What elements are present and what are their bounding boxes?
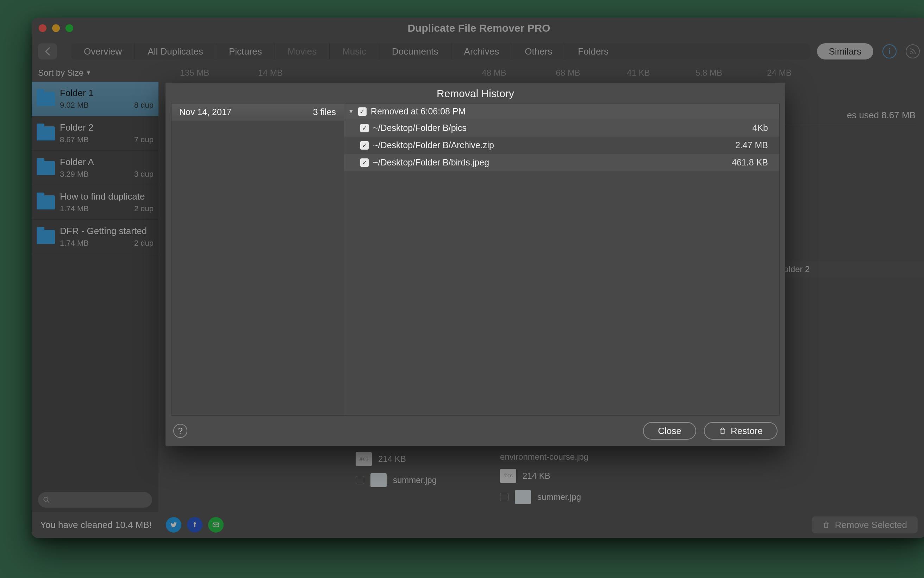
svg-point-0 — [910, 53, 912, 54]
file-row[interactable]: ✓ ~/Desktop/Folder B/pics 4Kb — [344, 119, 779, 136]
app-window: Duplicate File Remover PRO Overview All … — [32, 18, 924, 538]
dialog-title: Removal History — [166, 83, 785, 103]
back-button[interactable] — [38, 43, 57, 60]
remove-selected-button[interactable]: Remove Selected — [812, 516, 918, 533]
tab-all-duplicates[interactable]: All Duplicates — [135, 43, 216, 60]
sidebar-item-label: Folder A — [60, 157, 154, 167]
image-icon: JPEG — [356, 452, 372, 466]
session-row[interactable]: Nov 14, 2017 3 files — [172, 104, 344, 121]
search-input[interactable] — [38, 492, 152, 508]
list-item[interactable]: JPEG 214 KB — [356, 452, 437, 466]
file-row[interactable]: ✓ ~/Desktop/Folder B/birds.jpeg 461.8 KB — [344, 154, 779, 171]
removed-files-list: ▼ ✓ Removed at 6:06:08 PM ✓ ~/Desktop/Fo… — [344, 104, 779, 416]
checkbox[interactable]: ✓ — [360, 141, 369, 149]
dialog-footer: ? Close Restore — [166, 416, 785, 446]
facebook-icon[interactable]: f — [187, 517, 203, 533]
size-all: 135 MB — [156, 68, 234, 78]
category-sizes-row: Sort by Size ▼ 135 MB 14 MB 48 MB 68 MB … — [32, 64, 924, 82]
rss-icon[interactable] — [906, 44, 920, 58]
checkbox[interactable]: ✓ — [360, 158, 369, 167]
tab-documents[interactable]: Documents — [379, 43, 451, 60]
thumbnail-row: JPEG 214 KB summer.jpg environment-cours… — [356, 452, 916, 512]
chevron-down-icon: ▼ — [86, 70, 91, 76]
help-button[interactable]: ? — [173, 424, 187, 438]
image-icon — [515, 490, 531, 504]
search-icon — [43, 496, 50, 503]
sidebar-item-folder-a[interactable]: Folder A 3.29 MB3 dup — [32, 151, 159, 185]
sidebar-item-label: DFR - Getting started — [60, 226, 154, 237]
file-size: 461.8 KB — [732, 157, 775, 167]
chevron-left-icon — [44, 47, 51, 55]
group-header[interactable]: ▼ ✓ Removed at 6:06:08 PM — [344, 104, 779, 119]
folder-icon — [37, 161, 55, 175]
tab-pictures[interactable]: Pictures — [216, 43, 275, 60]
checkbox[interactable] — [500, 493, 508, 501]
sidebar-item-folder-1[interactable]: Folder 1 9.02 MB8 dup — [32, 82, 159, 116]
window-controls — [39, 24, 73, 32]
restore-button[interactable]: Restore — [704, 422, 778, 440]
close-window-icon[interactable] — [39, 24, 47, 32]
file-path: ~/Desktop/Folder B/birds.jpeg — [373, 157, 728, 167]
rss-glyph-icon — [909, 47, 917, 55]
sidebar: Folder 1 9.02 MB8 dup Folder 2 8.67 MB7 … — [32, 82, 159, 512]
list-item[interactable]: environment-course.jpg — [500, 452, 588, 462]
trash-icon — [822, 521, 830, 529]
checkbox[interactable]: ✓ — [358, 107, 367, 116]
info-icon[interactable]: i — [882, 44, 896, 58]
svg-point-1 — [44, 497, 48, 502]
size-pictures: 14 MB — [234, 68, 307, 78]
tab-music[interactable]: Music — [330, 43, 379, 60]
tab-archives[interactable]: Archives — [451, 43, 512, 60]
size-others: 41 KB — [603, 68, 674, 78]
checkbox[interactable]: ✓ — [360, 124, 369, 132]
history-sessions-list: Nov 14, 2017 3 files — [172, 104, 344, 416]
removal-history-dialog: Removal History Nov 14, 2017 3 files ▼ ✓… — [166, 83, 785, 446]
tab-folders[interactable]: Folders — [565, 43, 621, 60]
session-count: 3 files — [313, 107, 336, 117]
category-tabs: Overview All Duplicates Pictures Movies … — [71, 43, 810, 60]
file-size: 4Kb — [752, 123, 775, 133]
sidebar-item-howto[interactable]: How to find duplicate 1.74 MB2 dup — [32, 185, 159, 220]
sidebar-item-dfr[interactable]: DFR - Getting started 1.74 MB2 dup — [32, 220, 159, 254]
list-item[interactable]: summer.jpg — [356, 473, 437, 487]
app-title: Duplicate File Remover PRO — [32, 22, 924, 34]
group-label: Removed at 6:06:08 PM — [371, 106, 466, 117]
folder-icon — [37, 230, 55, 244]
list-item[interactable]: summer.jpg — [500, 490, 588, 504]
mail-icon[interactable] — [208, 517, 224, 533]
sort-button[interactable]: Sort by Size ▼ — [38, 68, 156, 78]
folder-icon — [37, 92, 55, 106]
session-date: Nov 14, 2017 — [179, 107, 232, 117]
checkbox[interactable] — [356, 476, 364, 484]
size-similars: 24 MB — [744, 68, 815, 78]
status-text: You have cleaned 10.4 MB! — [40, 520, 152, 531]
image-icon: JPEG — [500, 469, 516, 483]
social-buttons: f — [166, 517, 224, 533]
close-button[interactable]: Close — [643, 422, 696, 440]
sidebar-item-label: How to find duplicate — [60, 191, 154, 202]
titlebar: Duplicate File Remover PRO — [32, 18, 924, 39]
zoom-window-icon[interactable] — [65, 24, 73, 32]
usage-text: es used 8.67 MB — [847, 110, 916, 121]
tab-overview[interactable]: Overview — [71, 43, 135, 60]
svg-line-2 — [47, 501, 49, 503]
sidebar-item-label: Folder 2 — [60, 122, 154, 133]
sidebar-item-folder-2[interactable]: Folder 2 8.67 MB7 dup — [32, 116, 159, 151]
file-row[interactable]: ✓ ~/Desktop/Folder B/Archive.zip 2.47 MB — [344, 136, 779, 154]
tab-similars[interactable]: Similars — [817, 43, 873, 60]
tab-movies[interactable]: Movies — [275, 43, 330, 60]
sidebar-item-label: Folder 1 — [60, 88, 154, 99]
minimize-window-icon[interactable] — [52, 24, 60, 32]
twitter-icon[interactable] — [166, 517, 181, 533]
disclosure-triangle-icon[interactable]: ▼ — [348, 109, 354, 115]
folder-icon — [37, 127, 55, 140]
image-icon — [370, 473, 386, 487]
twitter-glyph-icon — [170, 521, 177, 529]
toolbar: Overview All Duplicates Pictures Movies … — [32, 39, 924, 64]
trash-restore-icon — [719, 427, 726, 435]
list-item[interactable]: JPEG 214 KB — [500, 469, 588, 483]
tab-others[interactable]: Others — [512, 43, 565, 60]
sort-label: Sort by Size — [38, 68, 83, 78]
file-path: ~/Desktop/Folder B/pics — [373, 123, 748, 133]
file-path: ~/Desktop/Folder B/Archive.zip — [373, 140, 731, 150]
